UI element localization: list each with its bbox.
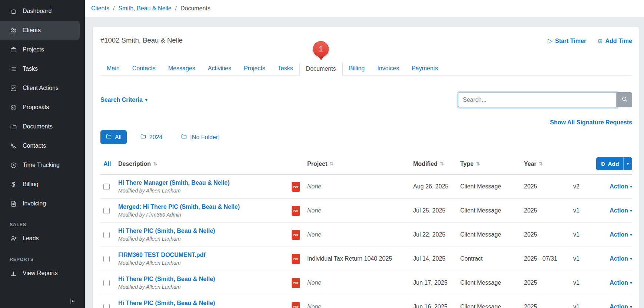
add-time-label: Add Time [605,38,632,44]
document-link[interactable]: Hi There PIC (Smith, Beau & Nelle) [118,300,288,307]
tab-invoices[interactable]: Invoices [371,62,405,76]
show-signature-requests-link[interactable]: Show All Signature Requests [550,119,632,126]
tab-billing[interactable]: Billing [343,62,371,76]
sort-icon: ⇅ [476,161,480,167]
row-action-dropdown[interactable]: Action▾ [610,231,632,238]
sidebar-item-leads[interactable]: Leads [0,229,85,248]
row-checkbox[interactable] [103,184,110,190]
sidebar-item-tasks[interactable]: Tasks [0,59,85,78]
square-check-icon [10,84,17,92]
sidebar-item-projects[interactable]: Projects [0,40,85,59]
row-checkbox[interactable] [103,256,110,262]
main-area: Clients / Smith, Beau & Nelle / Document… [85,0,644,308]
pdf-file-icon: PDF [292,278,300,288]
year-cell: 2025 [524,279,573,286]
sidebar-item-dashboard[interactable]: Dashboard [0,1,85,21]
tab-activities[interactable]: Activities [202,62,238,76]
sidebar-item-contacts[interactable]: Contacts [0,136,85,155]
chevron-down-icon: ▾ [630,232,632,237]
folder-filter-no-folder[interactable]: [No Folder] [176,130,225,144]
document-link[interactable]: Merged: Hi There PIC (Smith, Beau & Nell… [118,204,288,210]
chevron-down-icon: ▾ [630,256,632,261]
tab-contacts[interactable]: Contacts [126,62,162,76]
select-all-header[interactable]: All [103,161,111,167]
add-document-button[interactable]: ⊕ Add ▾ [596,157,632,170]
modified-date-cell: Jun 16, 2025 [413,304,460,308]
document-link[interactable]: Hi There Manager (Smith, Beau & Nelle) [118,180,288,186]
breadcrumb-client-link[interactable]: Smith, Beau & Nelle [118,5,171,12]
folder-filter-all[interactable]: All [100,130,127,144]
step-annotation-number: 1 [313,41,329,57]
tab-messages[interactable]: Messages [162,62,202,76]
document-link[interactable]: Hi There PIC (Smith, Beau & Nelle) [118,276,288,282]
search-criteria-dropdown[interactable]: Search Criteria ▾ [100,97,147,103]
search-input[interactable] [458,92,617,107]
header-description[interactable]: Description ⇅ [118,161,292,167]
header-modified[interactable]: Modified ⇅ [413,161,460,167]
add-dropdown-toggle[interactable]: ▾ [623,157,632,170]
clock-icon [10,161,17,169]
sidebar-item-billing[interactable]: $ Billing [0,175,85,194]
project-cell: Individual Tax Return 1040 2025 [307,255,392,262]
sidebar: Dashboard Clients Projects Tasks Client … [0,0,85,308]
dollar-icon: $ [10,181,17,188]
row-action-dropdown[interactable]: Action▾ [610,183,632,190]
tab-projects[interactable]: Projects [238,62,272,76]
header-type[interactable]: Type ⇅ [460,161,524,167]
sidebar-item-view-reports[interactable]: View Reports [0,264,85,283]
sidebar-item-label: Tasks [23,66,38,72]
tab-tasks[interactable]: Tasks [272,62,299,76]
row-action-dropdown[interactable]: Action▾ [610,279,632,286]
project-cell: None [307,207,321,214]
action-label: Action [610,279,628,286]
row-checkbox[interactable] [103,304,110,308]
document-link[interactable]: FIRM360 TEST DOCUMENT.pdf [118,252,288,258]
breadcrumb-separator: / [175,5,177,12]
home-icon [10,7,17,15]
content-area: #1002 Smith, Beau & Nelle ▷ Start Timer … [85,17,644,308]
row-action-dropdown[interactable]: Action▾ [610,207,632,214]
tab-documents[interactable]: Documents 1 [299,62,343,76]
sidebar-item-documents[interactable]: Documents [0,117,85,136]
breadcrumb-current: Documents [180,5,210,12]
sidebar-item-invoicing[interactable]: Invoicing [0,194,85,213]
header-project[interactable]: Project ⇅ [307,161,413,167]
search-button[interactable] [617,92,632,107]
sidebar-item-label: Invoicing [23,200,46,207]
folder-filter-2024[interactable]: 2024 [135,130,168,144]
breadcrumb-clients-link[interactable]: Clients [91,5,109,12]
sidebar-item-clients[interactable]: Clients [0,21,80,40]
pdf-file-icon: PDF [292,182,300,192]
row-checkbox[interactable] [103,232,110,238]
version-cell: v1 [573,207,596,214]
table-row: Merged: Hi There PIC (Smith, Beau & Nell… [100,199,632,223]
row-action-dropdown[interactable]: Action▾ [610,304,632,308]
row-checkbox[interactable] [103,208,110,214]
folder-icon [140,133,146,141]
modified-date-cell: Jul 22, 2025 [413,231,460,238]
header-year[interactable]: Year ⇅ [524,161,573,167]
header-project-label: Project [307,161,327,167]
chevron-down-icon: ▾ [630,184,632,189]
collapse-sidebar-icon[interactable] [69,297,77,307]
sidebar-item-proposals[interactable]: Proposals [0,98,85,117]
sidebar-item-client-actions[interactable]: Client Actions [0,78,85,98]
pdf-file-icon: PDF [292,230,300,240]
sidebar-item-label: Leads [23,235,39,242]
folder-icon [181,133,187,141]
sidebar-item-label: Dashboard [23,8,52,14]
sidebar-item-time-tracking[interactable]: Time Tracking [0,155,85,175]
pdf-file-icon: PDF [292,302,300,308]
start-timer-button[interactable]: ▷ Start Timer [548,37,586,45]
row-checkbox[interactable] [103,280,110,286]
project-cell: None [307,183,321,190]
document-link[interactable]: Hi There PIC (Smith, Beau & Nelle) [118,228,288,234]
sidebar-item-label: Clients [23,27,41,34]
modified-date-cell: Jun 17, 2025 [413,279,460,286]
tab-main[interactable]: Main [100,62,126,76]
app-root: Dashboard Clients Projects Tasks Client … [0,0,644,308]
row-action-dropdown[interactable]: Action▾ [610,255,632,262]
add-time-button[interactable]: ⊕ Add Time [597,37,632,45]
tab-payments[interactable]: Payments [405,62,444,76]
client-card: #1002 Smith, Beau & Nelle ▷ Start Timer … [93,27,639,308]
